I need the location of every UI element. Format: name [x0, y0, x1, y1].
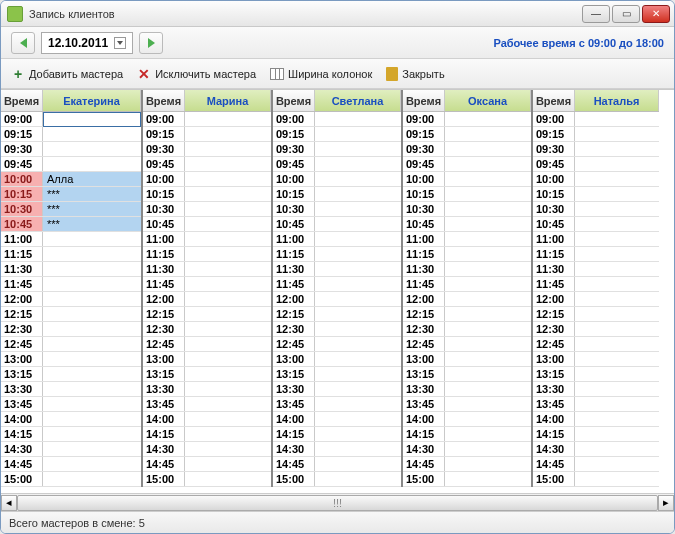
time-slot[interactable]: 12:00: [1, 292, 141, 307]
slot-value[interactable]: [185, 202, 271, 216]
slot-value[interactable]: [43, 127, 141, 141]
slot-value[interactable]: Алла: [43, 172, 141, 186]
slot-value[interactable]: [575, 232, 659, 246]
slot-value[interactable]: [185, 157, 271, 171]
slot-value[interactable]: [445, 442, 531, 456]
slot-value[interactable]: [445, 142, 531, 156]
slot-value[interactable]: [445, 217, 531, 231]
time-slot[interactable]: 09:15: [143, 127, 271, 142]
time-slot[interactable]: 09:45: [273, 157, 401, 172]
time-slot[interactable]: 12:15: [143, 307, 271, 322]
slot-value[interactable]: [315, 472, 401, 486]
time-slot[interactable]: 09:15: [533, 127, 659, 142]
slot-value[interactable]: [315, 442, 401, 456]
time-slot[interactable]: 13:45: [273, 397, 401, 412]
time-slot[interactable]: 14:00: [403, 412, 531, 427]
slot-value[interactable]: [575, 187, 659, 201]
slot-value[interactable]: [315, 397, 401, 411]
slot-value[interactable]: [185, 427, 271, 441]
slot-value[interactable]: [185, 277, 271, 291]
time-slot[interactable]: 10:15***: [1, 187, 141, 202]
time-slot[interactable]: 11:30: [403, 262, 531, 277]
time-slot[interactable]: 09:30: [403, 142, 531, 157]
maximize-button[interactable]: ▭: [612, 5, 640, 23]
time-slot[interactable]: 11:15: [1, 247, 141, 262]
time-slot[interactable]: 14:00: [273, 412, 401, 427]
slot-value[interactable]: [575, 262, 659, 276]
time-slot[interactable]: 13:30: [143, 382, 271, 397]
slot-value[interactable]: [315, 367, 401, 381]
time-slot[interactable]: 14:00: [533, 412, 659, 427]
time-slot[interactable]: 10:15: [143, 187, 271, 202]
slot-value[interactable]: ***: [43, 202, 141, 216]
slot-value[interactable]: [185, 127, 271, 141]
time-slot[interactable]: 11:00: [1, 232, 141, 247]
slot-value[interactable]: [445, 352, 531, 366]
time-slot[interactable]: 10:00Алла: [1, 172, 141, 187]
time-slot[interactable]: 11:30: [143, 262, 271, 277]
time-slot[interactable]: 11:15: [143, 247, 271, 262]
slot-value[interactable]: [185, 217, 271, 231]
slot-value[interactable]: [575, 412, 659, 426]
time-slot[interactable]: 09:00: [1, 112, 141, 127]
slot-value[interactable]: [445, 187, 531, 201]
time-slot[interactable]: 14:45: [1, 457, 141, 472]
time-slot[interactable]: 14:30: [1, 442, 141, 457]
slot-value[interactable]: [445, 322, 531, 336]
master-name-header[interactable]: Екатерина: [43, 90, 141, 111]
slot-value[interactable]: [43, 157, 141, 171]
time-slot[interactable]: 15:00: [403, 472, 531, 487]
time-slot[interactable]: 15:00: [1, 472, 141, 487]
time-slot[interactable]: 13:00: [403, 352, 531, 367]
slot-value[interactable]: [185, 292, 271, 306]
slot-value[interactable]: [315, 202, 401, 216]
time-slot[interactable]: 12:15: [403, 307, 531, 322]
date-picker[interactable]: 12.10.2011: [41, 32, 133, 54]
slot-value[interactable]: [575, 337, 659, 351]
slot-value[interactable]: [315, 337, 401, 351]
slot-value[interactable]: [575, 457, 659, 471]
time-slot[interactable]: 11:45: [403, 277, 531, 292]
time-slot[interactable]: 14:00: [1, 412, 141, 427]
time-slot[interactable]: 13:45: [533, 397, 659, 412]
time-slot[interactable]: 10:00: [403, 172, 531, 187]
time-slot[interactable]: 14:30: [143, 442, 271, 457]
time-slot[interactable]: 14:30: [403, 442, 531, 457]
time-slot[interactable]: 12:15: [273, 307, 401, 322]
time-slot[interactable]: 09:30: [533, 142, 659, 157]
time-slot[interactable]: 12:15: [533, 307, 659, 322]
time-slot[interactable]: 10:30: [403, 202, 531, 217]
slot-value[interactable]: [445, 127, 531, 141]
time-slot[interactable]: 10:45: [533, 217, 659, 232]
slot-value[interactable]: [315, 127, 401, 141]
master-name-header[interactable]: Светлана: [315, 90, 401, 111]
slot-value[interactable]: [445, 262, 531, 276]
time-slot[interactable]: 13:15: [1, 367, 141, 382]
time-slot[interactable]: 13:30: [403, 382, 531, 397]
slot-value[interactable]: [445, 172, 531, 186]
slot-value[interactable]: [43, 382, 141, 396]
scroll-left-button[interactable]: ◂: [1, 495, 17, 511]
time-slot[interactable]: 13:15: [273, 367, 401, 382]
slot-value[interactable]: [43, 457, 141, 471]
slot-value[interactable]: [185, 412, 271, 426]
master-name-header[interactable]: Оксана: [445, 90, 531, 111]
time-slot[interactable]: 10:15: [403, 187, 531, 202]
time-slot[interactable]: 13:30: [533, 382, 659, 397]
slot-value[interactable]: [315, 307, 401, 321]
time-slot[interactable]: 13:15: [143, 367, 271, 382]
time-slot[interactable]: 11:30: [273, 262, 401, 277]
slot-value[interactable]: [445, 382, 531, 396]
slot-value[interactable]: ***: [43, 217, 141, 231]
prev-day-button[interactable]: [11, 32, 35, 54]
slot-value[interactable]: [43, 232, 141, 246]
slot-value[interactable]: [43, 112, 141, 127]
time-slot[interactable]: 10:00: [273, 172, 401, 187]
time-slot[interactable]: 10:45***: [1, 217, 141, 232]
time-slot[interactable]: 12:00: [273, 292, 401, 307]
slot-value[interactable]: [315, 352, 401, 366]
time-slot[interactable]: 09:45: [403, 157, 531, 172]
slot-value[interactable]: [43, 352, 141, 366]
time-slot[interactable]: 10:00: [533, 172, 659, 187]
slot-value[interactable]: [575, 442, 659, 456]
